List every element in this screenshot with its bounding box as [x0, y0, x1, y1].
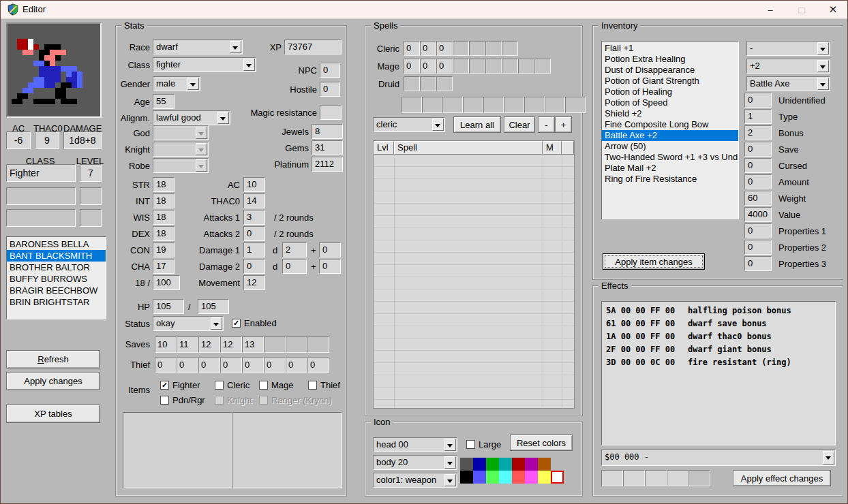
- age-field[interactable]: 55: [153, 94, 175, 109]
- thac0-field[interactable]: 14: [243, 193, 265, 208]
- item-unidentified-field[interactable]: 0: [744, 93, 772, 108]
- item-properties3-field[interactable]: 0: [744, 256, 772, 271]
- alignment-select[interactable]: lawful good: [153, 110, 230, 125]
- save-cell[interactable]: 12: [220, 336, 242, 353]
- character-item[interactable]: BARONESS BELLA: [7, 238, 106, 250]
- spell-plus-button[interactable]: +: [555, 116, 572, 133]
- wis-field[interactable]: 18: [153, 210, 175, 225]
- large-checkbox[interactable]: [466, 440, 475, 449]
- col-header-spell[interactable]: Spell: [394, 141, 543, 155]
- character-item[interactable]: BRIN BRIGHTSTAR: [7, 296, 106, 308]
- inventory-item[interactable]: Potion of Speed: [602, 97, 738, 108]
- save-cell[interactable]: 11: [177, 336, 198, 353]
- chevron-down-icon[interactable]: [817, 78, 829, 90]
- reset-colors-button[interactable]: Reset colors: [510, 435, 573, 451]
- head-select[interactable]: head 00: [373, 437, 457, 452]
- con-field[interactable]: 19: [153, 242, 175, 257]
- gender-select[interactable]: male: [153, 76, 200, 91]
- class-select[interactable]: fighter: [153, 57, 256, 72]
- spell-table-body[interactable]: [374, 155, 574, 408]
- palette-swatch[interactable]: [499, 458, 512, 471]
- int-field[interactable]: 18: [153, 193, 175, 208]
- effects-list[interactable]: 5A 00 00 FF 00halfling poison bonus 61 0…: [601, 301, 836, 445]
- item-modifier1-select[interactable]: -: [746, 41, 830, 56]
- refresh-button[interactable]: Refresh: [6, 350, 100, 368]
- color-part-select[interactable]: color1: weapon: [373, 473, 457, 488]
- items-pdnrgr-checkbox[interactable]: [160, 396, 169, 405]
- col-header-lvl[interactable]: Lvl: [374, 141, 394, 155]
- item-save-field[interactable]: 0: [744, 142, 772, 157]
- spell-slot[interactable]: 0: [420, 41, 436, 56]
- thief-cell[interactable]: 0: [177, 357, 198, 373]
- effect-item[interactable]: 2F 00 00 FF 00dwarf giant bonus: [602, 343, 835, 356]
- chevron-down-icon[interactable]: [444, 474, 456, 486]
- race-select[interactable]: dwarf: [153, 40, 243, 54]
- spell-slot[interactable]: 0: [404, 41, 420, 56]
- chevron-down-icon[interactable]: [211, 317, 222, 330]
- effect-item[interactable]: 1A 00 00 FF 00dwarf thac0 bonus: [602, 330, 835, 343]
- xp-field[interactable]: 73767: [284, 40, 342, 54]
- hp-max-field[interactable]: 105: [198, 299, 229, 314]
- inventory-item[interactable]: Plate Mail +2: [602, 163, 738, 174]
- spell-table[interactable]: Lvl Spell M: [373, 140, 575, 409]
- spell-class-select[interactable]: cleric: [373, 117, 445, 132]
- inventory-item[interactable]: Flail +1: [602, 43, 738, 54]
- attacks1-field[interactable]: 3: [243, 210, 265, 225]
- effect-byte-cell[interactable]: [601, 470, 623, 486]
- thief-cell[interactable]: 0: [286, 357, 307, 373]
- items-cleric-checkbox[interactable]: [215, 381, 224, 390]
- spell-minus-button[interactable]: -: [538, 116, 555, 133]
- damage2-bonus-field[interactable]: 0: [319, 259, 341, 274]
- character-list[interactable]: BARONESS BELLA BANT BLACKSMITH BROTHER B…: [6, 236, 106, 319]
- damage2-die-field[interactable]: 0: [282, 259, 307, 274]
- damage1-bonus-field[interactable]: 0: [319, 242, 341, 257]
- platinum-field[interactable]: 2112: [312, 157, 343, 172]
- palette-swatch[interactable]: [538, 458, 551, 471]
- chevron-down-icon[interactable]: [432, 119, 444, 131]
- effect-item[interactable]: 3D 00 00 0C 00fire resistant (ring): [602, 356, 835, 369]
- chevron-down-icon[interactable]: [230, 41, 241, 53]
- item-value-field[interactable]: 4000: [744, 207, 772, 222]
- attacks2-field[interactable]: 0: [243, 226, 265, 241]
- str-field[interactable]: 18: [153, 177, 175, 192]
- close-button[interactable]: ✕: [817, 1, 848, 18]
- inventory-item[interactable]: Potion Extra Healing: [602, 54, 738, 65]
- chevron-down-icon[interactable]: [823, 451, 834, 464]
- palette-swatch[interactable]: [512, 471, 525, 484]
- effect-selector[interactable]: $00 000 -: [601, 450, 836, 466]
- character-item-selected[interactable]: BANT BLACKSMITH: [7, 250, 106, 262]
- inventory-item[interactable]: Fine Composite Long Bow: [602, 119, 738, 130]
- item-amount-field[interactable]: 0: [744, 174, 772, 189]
- magic-resistance-field[interactable]: [320, 105, 342, 120]
- character-item[interactable]: BRAGIR BEECHBOW: [7, 285, 106, 296]
- apply-changes-button[interactable]: Apply changes: [6, 372, 100, 390]
- thief-cell[interactable]: 0: [264, 357, 286, 373]
- damage1-die-field[interactable]: 2: [282, 242, 307, 257]
- palette-swatch[interactable]: [486, 458, 499, 471]
- chevron-down-icon[interactable]: [187, 78, 199, 90]
- inventory-item[interactable]: Ring of Fire Resistance: [602, 174, 738, 185]
- palette-swatch[interactable]: [551, 471, 564, 484]
- enabled-checkbox[interactable]: ✓: [232, 319, 241, 328]
- item-type-select[interactable]: Battle Axe: [746, 76, 830, 91]
- clear-button[interactable]: Clear: [504, 116, 535, 133]
- thief-cell[interactable]: 0: [220, 357, 242, 373]
- body-select[interactable]: body 20: [373, 455, 457, 470]
- spell-slot[interactable]: 0: [420, 59, 436, 74]
- item-cursed-field[interactable]: 0: [744, 158, 772, 173]
- inventory-item[interactable]: Arrow (50): [602, 141, 738, 152]
- minimize-button[interactable]: –: [755, 1, 786, 18]
- thief-cell[interactable]: 0: [155, 357, 177, 373]
- dex-field[interactable]: 18: [153, 226, 175, 241]
- cha-field[interactable]: 17: [153, 259, 175, 274]
- save-cell[interactable]: 10: [155, 336, 177, 353]
- npc-field[interactable]: 0: [320, 63, 340, 78]
- inventory-item[interactable]: Dust of Disappearance: [602, 65, 738, 76]
- inventory-item[interactable]: Two-Handed Sword +1 +3 vs Und: [602, 152, 738, 163]
- apply-effect-changes-button[interactable]: Apply effect changes: [733, 470, 831, 486]
- movement-field[interactable]: 12: [243, 275, 265, 290]
- ac-field[interactable]: 10: [243, 177, 265, 192]
- palette-swatch[interactable]: [473, 458, 486, 471]
- chevron-down-icon[interactable]: [243, 59, 255, 71]
- spell-slot[interactable]: 0: [436, 41, 453, 56]
